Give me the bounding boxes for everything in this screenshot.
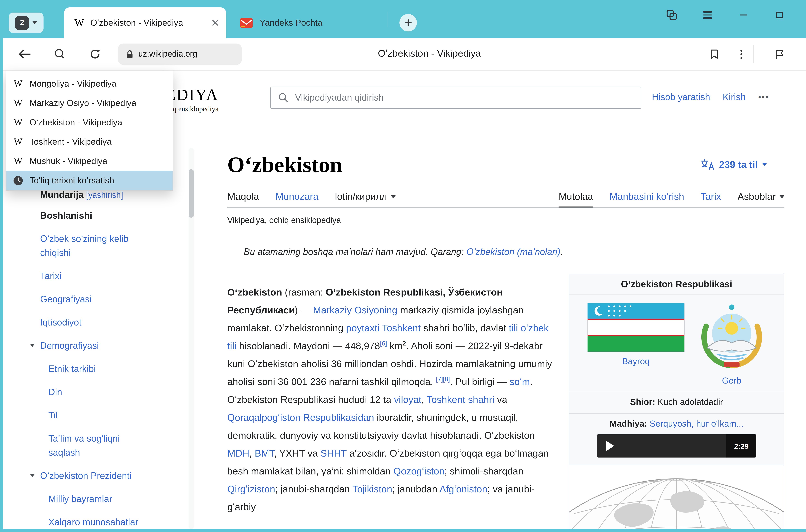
suggestion-item[interactable]: W Markaziy Osiyo - Vikipediya: [6, 93, 173, 113]
suggestion-item[interactable]: W Toshkent - Vikipediya: [6, 132, 173, 151]
text-segment[interactable]: Toshkent: [382, 323, 421, 333]
back-arrow-icon: [17, 49, 32, 60]
flag-image[interactable]: [587, 303, 685, 352]
toc-item[interactable]: Tarixi: [40, 269, 151, 283]
article-tab[interactable]: Maqola: [227, 191, 259, 208]
address-dropdown: W Mongoliya - Vikipediya W Markaziy Osiy…: [6, 71, 173, 191]
article-view-tab[interactable]: Tarix: [701, 191, 721, 208]
language-selector[interactable]: 239 ta til: [700, 159, 767, 170]
close-tab-icon[interactable]: [212, 19, 218, 26]
hatnote-period: .: [560, 247, 563, 257]
toc-item[interactable]: Xalqaro munosabatlar: [40, 515, 151, 529]
text-segment[interactable]: Tojikiston: [352, 483, 392, 494]
flag-tag-icon: [774, 49, 786, 60]
yandex-search-button[interactable]: [51, 46, 68, 62]
chevron-down-icon[interactable]: [30, 474, 35, 477]
article-view-tab[interactable]: Asboblar: [737, 191, 784, 208]
history-label: Toʻliq tarixni koʻrsatish: [30, 175, 114, 186]
collections-button[interactable]: [772, 46, 788, 62]
text-segment[interactable]: poytaxti: [346, 323, 380, 333]
more-menu-icon[interactable]: •••: [758, 93, 769, 101]
chevron-down-icon[interactable]: [30, 344, 35, 347]
text-segment: Oʻzbekiston: [227, 287, 282, 298]
audio-player[interactable]: 2:29: [597, 434, 756, 457]
play-button[interactable]: [597, 441, 623, 451]
text-segment[interactable]: [7][8]: [436, 376, 450, 383]
article-view-tab[interactable]: Mutolaa: [559, 191, 593, 208]
chevron-down-icon: [33, 21, 37, 24]
wiki-search-bar[interactable]: [270, 87, 641, 109]
text-segment[interactable]: Qirgʻiziston: [227, 483, 275, 494]
text-segment[interactable]: soʻm: [510, 376, 530, 387]
article-tabs-left: Maqola Munozara lotin/кирилл: [227, 191, 396, 208]
address-bar[interactable]: uz.wikipedia.org: [118, 43, 242, 65]
text-segment: (rasman:: [282, 287, 326, 298]
search-input[interactable]: [295, 92, 634, 103]
maximize-button[interactable]: [773, 9, 786, 21]
emblem-caption-link[interactable]: Gerb: [722, 376, 741, 386]
text-segment[interactable]: [6]: [380, 340, 387, 347]
flag-caption-link[interactable]: Bayroq: [622, 357, 650, 366]
text-segment: shahri boʻlib, davlat: [421, 323, 509, 333]
browser-tab-mail[interactable]: Yandeks Pochta: [233, 7, 378, 38]
toc-item[interactable]: Taʼlim va sogʻliqni saqlash: [40, 432, 151, 459]
text-segment[interactable]: viloyat: [394, 394, 421, 405]
hamburger-icon: [703, 11, 712, 19]
text-segment[interactable]: SHHT: [321, 448, 347, 458]
toc-scrollbar-thumb[interactable]: [189, 169, 194, 217]
toc-item[interactable]: Demografiyasi: [40, 339, 151, 353]
toc-item[interactable]: Din: [40, 385, 151, 399]
article-tab[interactable]: lotin/кирилл: [335, 191, 396, 208]
text-segment: , YXHT va: [274, 448, 321, 458]
site-subtitle: Vikipediya, ochiq ensiklopediya: [227, 216, 341, 225]
yandex-icon: [53, 48, 66, 60]
toc-item[interactable]: Iqtisodiyot: [40, 315, 151, 329]
tab-group-button[interactable]: 2: [9, 13, 43, 33]
text-segment[interactable]: Afgʻoniston: [439, 483, 487, 494]
text-segment: ) —: [295, 305, 313, 315]
text-segment[interactable]: BMT: [255, 448, 274, 458]
anthem-link[interactable]: Serquyosh, hur oʻlkam...: [647, 419, 744, 429]
motto-row: Shior: Kuch adolatdadir: [569, 391, 784, 413]
language-count: 239 ta til: [719, 159, 758, 170]
new-tab-button[interactable]: [400, 14, 417, 32]
article-view-tab[interactable]: Manbasini koʻrish: [610, 191, 684, 208]
show-full-history-item[interactable]: Toʻliq tarixni koʻrsatish: [6, 171, 173, 190]
reload-button[interactable]: [87, 46, 103, 62]
text-segment[interactable]: Markaziy Osiyoning: [313, 305, 398, 315]
toc-item[interactable]: Oʻzbekiston Prezidenti: [40, 469, 151, 483]
text-segment[interactable]: MDH: [227, 448, 249, 458]
wikipedia-favicon: W: [13, 117, 23, 128]
toc-hide-link[interactable]: [yashirish]: [86, 191, 123, 200]
login-link[interactable]: Kirish: [723, 92, 746, 102]
hatnote-link[interactable]: Oʻzbekiston (maʼnolari): [466, 247, 560, 257]
browser-tab-active[interactable]: W Oʻzbekiston - Vikipediya: [64, 7, 226, 38]
text-segment[interactable]: Qozogʻiston: [394, 466, 445, 476]
menu-button[interactable]: [701, 9, 714, 21]
bookmarks-panel-button[interactable]: [666, 9, 678, 21]
toc-list: Boshlanishi Oʻzbek soʻzining kelib chiqi…: [40, 208, 156, 529]
infobox-media-row: Bayroq: [569, 295, 784, 391]
minimize-button[interactable]: [737, 9, 750, 21]
more-options-button[interactable]: [733, 46, 750, 62]
back-button[interactable]: [16, 46, 33, 62]
create-account-link[interactable]: Hisob yaratish: [652, 92, 710, 102]
toc-item[interactable]: Etnik tarkibi: [40, 362, 151, 376]
text-segment[interactable]: Toshkent shahri: [426, 394, 494, 405]
toc-item[interactable]: Oʻzbek soʻzining kelib chiqishi: [40, 232, 151, 260]
suggestion-item[interactable]: W Oʻzbekiston - Vikipediya: [6, 113, 173, 132]
toc-item[interactable]: Boshlanishi: [40, 208, 151, 223]
toc-item[interactable]: Milliy bayramlar: [40, 492, 151, 506]
text-segment: ,: [421, 394, 426, 405]
text-segment: [380, 323, 382, 333]
bookmark-button[interactable]: [706, 46, 723, 62]
emblem-image[interactable]: [697, 303, 766, 372]
suggestion-item[interactable]: W Mongoliya - Vikipediya: [6, 74, 173, 93]
suggestion-item[interactable]: W Mushuk - Vikipediya: [6, 151, 173, 171]
toc-item[interactable]: Geografiyasi: [40, 292, 151, 306]
toc-item[interactable]: Til: [40, 408, 151, 422]
article-tab[interactable]: Munozara: [275, 191, 319, 208]
text-segment[interactable]: Qoraqalpogʻiston Respublikasidan: [227, 412, 374, 423]
url-text: uz.wikipedia.org: [138, 49, 197, 59]
wikipedia-favicon: W: [13, 98, 23, 108]
